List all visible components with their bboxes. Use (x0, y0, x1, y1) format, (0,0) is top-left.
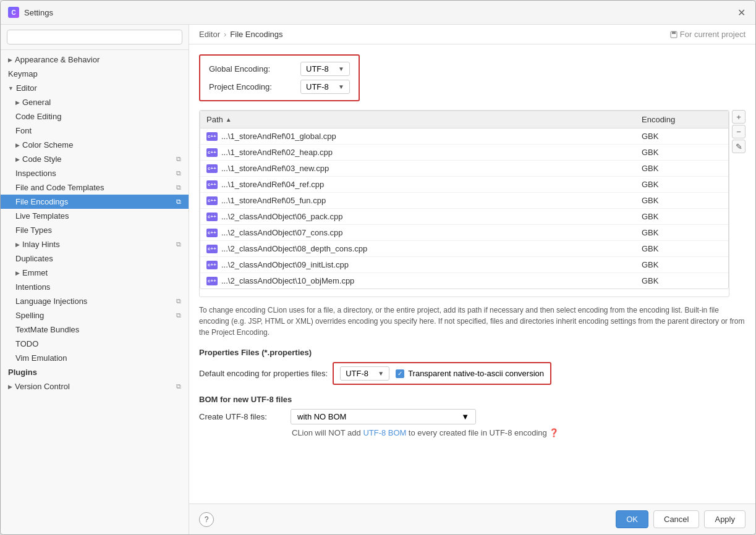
sidebar-item-code-editing[interactable]: Code Editing (1, 109, 189, 124)
utf8-bom-link[interactable]: UTF-8 BOM (363, 428, 406, 437)
sidebar-item-label: File Encodings (15, 197, 68, 206)
file-table-wrapper: Path ▲ Encoding c++...\1_storeAndRef\01_… (199, 110, 745, 297)
global-encoding-label: Global Encoding: (209, 64, 295, 74)
sidebar-item-version-control[interactable]: ▶ Version Control ⧉ (1, 379, 189, 394)
copy-icon: ⧉ (176, 240, 181, 248)
apply-button[interactable]: Apply (704, 510, 745, 528)
sidebar-item-label: Inlay Hints (22, 240, 60, 249)
sidebar-item-duplicates[interactable]: Duplicates (1, 251, 189, 266)
cpp-file-icon: c++ (206, 148, 218, 157)
sidebar-item-language-injections[interactable]: Language Injections ⧉ (1, 294, 189, 308)
encoding-cell: GBK (635, 161, 728, 176)
sidebar-item-keymap[interactable]: Keymap (1, 67, 189, 81)
cpp-file-icon: c++ (206, 213, 218, 221)
sidebar-item-plugins[interactable]: Plugins (1, 365, 189, 379)
table-row[interactable]: c++...\2_classAndObject\07_cons.cpp GBK (200, 225, 728, 241)
dropdown-arrow-icon: ▼ (338, 83, 344, 90)
table-row[interactable]: c++...\1_storeAndRef\01_global.cpp GBK (200, 128, 728, 145)
create-utf8-dropdown[interactable]: with NO BOM ▼ (291, 409, 476, 424)
table-row[interactable]: c++...\1_storeAndRef\05_fun.cpp GBK (200, 193, 728, 209)
encoding-cell: GBK (635, 257, 728, 272)
settings-window: C Settings ✕ 🔍 ▶ Appearance & Behavior K… (0, 0, 756, 535)
sidebar-item-label: Language Injections (15, 297, 87, 306)
sidebar-item-inspections[interactable]: Inspections ⧉ (1, 166, 189, 180)
bom-section: BOM for new UTF-8 files Create UTF-8 fil… (199, 395, 745, 437)
encoding-section: Global Encoding: UTF-8 ▼ Project Encodin… (199, 54, 360, 101)
table-row[interactable]: c++...\1_storeAndRef\04_ref.cpp GBK (200, 177, 728, 193)
sidebar-item-spelling[interactable]: Spelling ⧉ (1, 308, 189, 322)
sidebar-item-general[interactable]: ▶ General (1, 95, 189, 109)
sidebar-item-file-code-templates[interactable]: File and Code Templates ⧉ (1, 180, 189, 195)
sidebar-item-vim-emulation[interactable]: Vim Emulation (1, 351, 189, 365)
footer-action-buttons: OK Cancel Apply (616, 510, 745, 528)
sidebar-item-label: Version Control (15, 382, 70, 391)
sidebar-item-appearance[interactable]: ▶ Appearance & Behavior (1, 53, 189, 67)
sidebar-item-label: Duplicates (15, 254, 53, 263)
remove-entry-button[interactable]: − (732, 125, 745, 138)
sidebar-item-editor[interactable]: ▼ Editor (1, 81, 189, 95)
sidebar-item-color-scheme[interactable]: ▶ Color Scheme (1, 138, 189, 152)
sidebar-item-label: Keymap (8, 69, 38, 78)
help-button[interactable]: ? (199, 512, 214, 527)
table-row[interactable]: c++...\1_storeAndRef\03_new.cpp GBK (200, 161, 728, 177)
path-column-header[interactable]: Path ▲ (200, 111, 635, 128)
global-encoding-dropdown[interactable]: UTF-8 ▼ (300, 62, 350, 76)
sidebar-item-inlay-hints[interactable]: ▶ Inlay Hints ⧉ (1, 237, 189, 251)
chevron-right-icon: ▶ (15, 156, 20, 162)
chevron-right-icon: ▶ (15, 270, 20, 276)
close-button[interactable]: ✕ (734, 6, 748, 19)
chevron-right-icon: ▶ (15, 242, 20, 248)
copy-icon: ⧉ (176, 311, 181, 319)
properties-controls: UTF-8 ▼ ✓ Transparent native-to-ascii co… (333, 362, 551, 385)
sort-asc-icon: ▲ (226, 116, 232, 123)
project-encoding-dropdown[interactable]: UTF-8 ▼ (300, 80, 350, 94)
sidebar-item-live-templates[interactable]: Live Templates (1, 209, 189, 223)
chevron-right-icon: ▶ (15, 99, 20, 106)
encoding-hint: To change encoding CLion uses for a file… (199, 305, 745, 338)
sidebar-item-intentions[interactable]: Intentions (1, 280, 189, 294)
dropdown-arrow-icon: ▼ (461, 412, 469, 421)
sidebar-item-label: Editor (16, 83, 37, 93)
panel-content: Global Encoding: UTF-8 ▼ Project Encodin… (189, 44, 755, 503)
encoding-cell: GBK (635, 241, 728, 256)
properties-title: Properties Files (*.properties) (199, 348, 745, 357)
table-row[interactable]: c++...\2_classAndObject\06_pack.cpp GBK (200, 209, 728, 225)
checkbox-icon: ✓ (396, 369, 404, 378)
sidebar-item-textmate[interactable]: TextMate Bundles (1, 322, 189, 337)
table-row[interactable]: c++...\1_storeAndRef\02_heap.cpp GBK (200, 145, 728, 161)
table-row[interactable]: c++...\2_classAndObject\08_depth_cons.cp… (200, 241, 728, 257)
dropdown-arrow-icon: ▼ (338, 65, 344, 72)
encoding-cell: GBK (635, 193, 728, 208)
sidebar-item-font[interactable]: Font (1, 124, 189, 138)
sidebar-item-code-style[interactable]: ▶ Code Style ⧉ (1, 152, 189, 166)
sidebar-item-file-encodings[interactable]: File Encodings ⧉ (1, 195, 189, 209)
sidebar-item-emmet[interactable]: ▶ Emmet (1, 266, 189, 280)
edit-entry-button[interactable]: ✎ (732, 140, 745, 153)
breadcrumb-parent: Editor (199, 30, 220, 39)
create-utf8-label: Create UTF-8 files: (199, 412, 286, 421)
ok-button[interactable]: OK (616, 510, 648, 528)
search-wrapper: 🔍 (7, 30, 182, 44)
title-bar: C Settings ✕ (1, 1, 755, 25)
global-encoding-row: Global Encoding: UTF-8 ▼ (209, 62, 350, 76)
sidebar-item-label: Code Editing (15, 112, 61, 121)
copy-icon: ⧉ (176, 183, 181, 192)
properties-section: Properties Files (*.properties) Default … (199, 348, 745, 385)
table-row[interactable]: c++...\2_classAndObject\09_initList.cpp … (200, 257, 728, 273)
cancel-button[interactable]: Cancel (653, 510, 699, 528)
table-row[interactable]: c++...\2_classAndObject\10_objMem.cpp GB… (200, 273, 728, 289)
title-bar-left: C Settings (8, 7, 53, 18)
properties-encoding-dropdown[interactable]: UTF-8 ▼ (340, 366, 389, 381)
sidebar-item-label: TextMate Bundles (15, 325, 79, 334)
search-input[interactable] (7, 30, 182, 44)
chevron-right-icon: ▶ (15, 142, 20, 148)
sidebar-item-todo[interactable]: TODO (1, 337, 189, 351)
for-project-link[interactable]: For current project (670, 30, 745, 39)
encoding-column-header[interactable]: Encoding (635, 111, 728, 128)
chevron-down-icon: ▼ (8, 85, 14, 91)
sidebar-item-label: Vim Emulation (15, 353, 67, 363)
add-entry-button[interactable]: + (732, 110, 745, 124)
transparent-conversion-checkbox[interactable]: ✓ Transparent native-to-ascii conversion (396, 369, 544, 378)
sidebar-item-file-types[interactable]: File Types (1, 223, 189, 237)
sidebar-item-label: Appearance & Behavior (15, 55, 100, 64)
